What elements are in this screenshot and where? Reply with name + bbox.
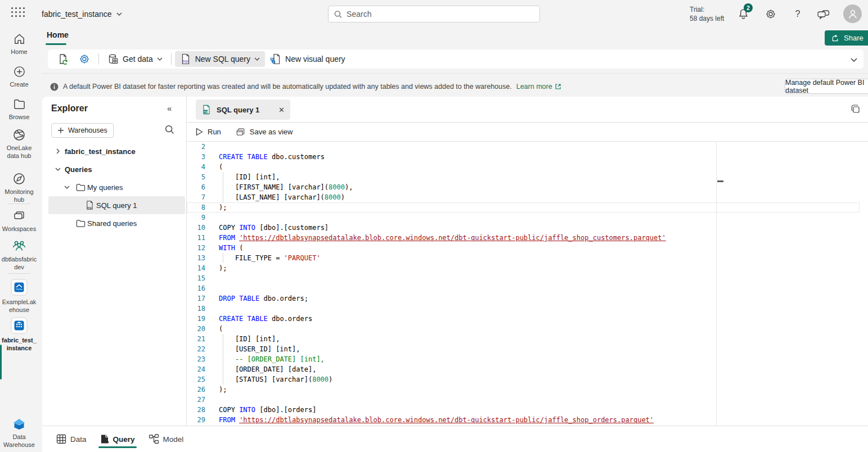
- learn-more-link[interactable]: Learn more: [516, 83, 561, 91]
- share-icon: [831, 34, 840, 42]
- code-text: [FIRST_NAME] [varchar](8000),: [219, 182, 860, 192]
- nav-workspace-dbtlabsfabricdev[interactable]: dbtlabsfabricdev: [0, 239, 38, 271]
- tree-item-sql-query-1[interactable]: SQLSQL query 1: [48, 196, 185, 214]
- nav-create[interactable]: Create: [0, 65, 38, 88]
- add-warehouses-button[interactable]: Warehouses: [51, 123, 114, 138]
- code-line-2[interactable]: 2: [187, 142, 860, 152]
- new-sql-query-button[interactable]: SQL New SQL query: [175, 51, 265, 67]
- code-line-19[interactable]: 19CREATE TABLE dbo.orders: [187, 314, 860, 324]
- code-line-16[interactable]: 16: [187, 283, 860, 293]
- search-input[interactable]: [347, 10, 534, 19]
- code-line-4[interactable]: 4(: [187, 162, 860, 172]
- code-line-7[interactable]: 7 [LAST_NAME] [varchar](8000): [187, 192, 860, 202]
- code-line-11[interactable]: 11FROM 'https://dbtlabsynapsedatalake.bl…: [187, 233, 860, 243]
- editor-scrollbar-track[interactable]: [716, 142, 717, 426]
- code-line-27[interactable]: 27: [187, 395, 860, 405]
- help-icon: ?: [795, 9, 800, 19]
- share-button[interactable]: Share: [825, 30, 868, 46]
- workspace-name: fabric_test_instance: [42, 10, 112, 19]
- code-line-22[interactable]: 22 [USER_ID] [int],: [187, 344, 860, 354]
- sql-code-editor[interactable]: 23CREATE TABLE dbo.customers4(5 [ID] [in…: [187, 142, 868, 426]
- code-line-29[interactable]: 29FROM 'https://dbtlabsynapsedatalake.bl…: [187, 415, 860, 425]
- code-text: );: [219, 202, 860, 213]
- tab-data[interactable]: Data: [56, 426, 87, 452]
- query-tab-bar: SQL SQL query 1 ✕: [187, 97, 868, 122]
- chevron-down-icon[interactable]: [51, 168, 65, 171]
- help-button[interactable]: ?: [790, 7, 805, 21]
- workspace-switcher[interactable]: fabric_test_instance: [42, 0, 122, 28]
- tab-query[interactable]: Query: [100, 426, 135, 452]
- line-number: 29: [187, 415, 219, 425]
- code-line-9[interactable]: 9: [187, 213, 860, 223]
- code-line-8[interactable]: 8);: [187, 202, 860, 213]
- code-line-18[interactable]: 18: [187, 304, 860, 314]
- code-line-23[interactable]: 23 -- [ORDER_DATE] [int],: [187, 354, 860, 364]
- chevron-down-icon: [116, 12, 122, 16]
- nav-home[interactable]: Home: [0, 33, 38, 56]
- line-number: 16: [187, 283, 219, 293]
- tab-model[interactable]: Model: [149, 426, 184, 452]
- nav-workspaces[interactable]: Workspaces: [0, 209, 38, 233]
- run-button[interactable]: Run: [196, 128, 221, 136]
- database-icon: [107, 53, 119, 65]
- nav-onelake-data-hub[interactable]: OneLake data hub: [0, 128, 38, 160]
- folder-icon: [74, 219, 87, 228]
- code-line-24[interactable]: 24 [ORDER_DATE] [date],: [187, 364, 860, 374]
- search-icon: [165, 125, 174, 134]
- get-data-button[interactable]: Get data: [102, 51, 168, 67]
- nav-item-examplelakehouse[interactable]: ExampleLakehouse: [0, 279, 38, 314]
- svg-text:SQL: SQL: [204, 110, 209, 113]
- code-line-12[interactable]: 12WITH (: [187, 243, 860, 253]
- refresh-query-button[interactable]: [52, 51, 74, 67]
- code-line-6[interactable]: 6 [FIRST_NAME] [varchar](8000),: [187, 182, 860, 192]
- gear-blue-icon: [79, 53, 90, 65]
- code-line-20[interactable]: 20(: [187, 324, 860, 334]
- line-number: 21: [187, 334, 219, 344]
- settings-toolbar-button[interactable]: [74, 51, 95, 67]
- line-number: 4: [187, 162, 219, 172]
- nav-item-fabric-test-instance[interactable]: fabric_test_instance: [0, 317, 38, 352]
- code-line-10[interactable]: 10COPY INTO [dbo].[customers]: [187, 223, 860, 233]
- manage-dataset-button[interactable]: Manage default Power BI dataset: [785, 79, 868, 94]
- code-text: );: [219, 385, 860, 395]
- code-line-28[interactable]: 28COPY INTO [dbo].[orders]: [187, 405, 860, 415]
- ribbon-collapse-button[interactable]: [848, 55, 860, 64]
- code-text: [219, 273, 860, 283]
- line-number: 13: [187, 253, 219, 263]
- explorer-search-button[interactable]: [165, 125, 174, 134]
- code-line-13[interactable]: 13 FILE_TYPE = 'PARQUET': [187, 253, 860, 263]
- content-area: Explorer « Warehouses fabric_test_instan…: [42, 97, 868, 452]
- nav-browse[interactable]: Browse: [0, 98, 38, 121]
- code-line-5[interactable]: 5 [ID] [int],: [187, 172, 860, 182]
- feedback-button[interactable]: [816, 7, 831, 21]
- code-text: CREATE TABLE dbo.orders: [219, 314, 860, 324]
- app-launcher-icon[interactable]: [11, 7, 26, 20]
- chevron-down-icon[interactable]: [60, 186, 74, 189]
- tree-item-my-queries[interactable]: My queries: [48, 178, 185, 196]
- nav-monitoring-hub[interactable]: Monitoring hub: [0, 172, 38, 204]
- code-line-14[interactable]: 14);: [187, 263, 860, 273]
- gear-icon: [765, 8, 776, 20]
- new-visual-query-button[interactable]: New visual query: [265, 51, 350, 67]
- search-box[interactable]: [328, 6, 540, 22]
- tree-item-queries[interactable]: Queries: [48, 160, 185, 178]
- code-line-21[interactable]: 21 [ID] [int],: [187, 334, 860, 344]
- tab-home[interactable]: Home: [47, 30, 69, 39]
- copy-button[interactable]: [851, 104, 861, 114]
- code-line-26[interactable]: 26);: [187, 385, 860, 395]
- tree-item-shared-queries[interactable]: Shared queries: [48, 214, 185, 232]
- chevron-right-icon[interactable]: [51, 148, 65, 154]
- code-line-25[interactable]: 25 [STATUS] [varchar](8000): [187, 374, 860, 385]
- tree-item-fabric-test-instance[interactable]: fabric_test_instance: [48, 142, 185, 160]
- settings-button[interactable]: [763, 7, 778, 21]
- save-as-view-button[interactable]: Save as view: [236, 128, 293, 137]
- nav-data-warehouse[interactable]: Data Warehouse: [0, 417, 38, 449]
- search-icon: [334, 10, 342, 19]
- tab-sql-query-1[interactable]: SQL SQL query 1 ✕: [196, 100, 290, 120]
- avatar[interactable]: [843, 4, 862, 23]
- tab-close-icon[interactable]: ✕: [278, 106, 285, 114]
- collapse-panel-icon[interactable]: «: [167, 103, 172, 113]
- code-line-3[interactable]: 3CREATE TABLE dbo.customers: [187, 152, 860, 162]
- code-line-15[interactable]: 15: [187, 273, 860, 283]
- code-line-17[interactable]: 17DROP TABLE dbo.orders;: [187, 293, 860, 304]
